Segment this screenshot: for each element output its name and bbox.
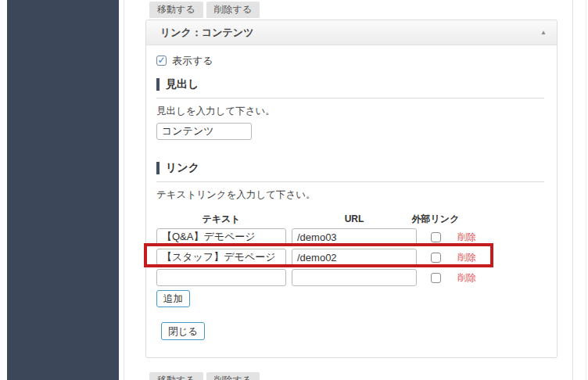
link-hint: テキストリンクを入力して下さい。 xyxy=(156,188,544,202)
external-link-checkbox[interactable] xyxy=(431,273,441,283)
section-divider xyxy=(156,181,544,182)
link-contents-panel: リンク：コンテンツ ▲ ✓ 表示する 見出し 見出しを入力して下さい。 リンク xyxy=(145,20,558,358)
show-checkbox-label: 表示する xyxy=(172,54,213,68)
section-accent-bar xyxy=(156,162,160,174)
show-checkbox[interactable]: ✓ xyxy=(156,56,167,66)
link-text-input[interactable] xyxy=(156,269,286,286)
link-table-header: テキスト URL 外部リンク xyxy=(156,213,544,225)
delete-tab-top[interactable]: 削除する xyxy=(206,2,260,18)
link-text-input[interactable] xyxy=(156,249,286,266)
link-url-input[interactable] xyxy=(292,269,417,286)
widget-admin-screen: 移動する 削除する リンク：コンテンツ ▲ ✓ 表示する 見出し 見出しを入力し… xyxy=(0,0,588,380)
link-url-input[interactable] xyxy=(292,228,417,246)
collapse-arrow-icon[interactable]: ▲ xyxy=(540,20,547,45)
external-link-checkbox[interactable] xyxy=(431,253,441,263)
column-header-url: URL xyxy=(292,213,417,224)
column-header-text: テキスト xyxy=(156,213,286,226)
sidebar xyxy=(7,0,119,380)
move-tab-bottom[interactable]: 移動する xyxy=(149,372,203,380)
link-section-title-text: リンク xyxy=(166,161,199,175)
link-row-highlighted: 削除 xyxy=(156,269,544,286)
link-row: 削除 xyxy=(156,249,544,266)
delete-row-link[interactable]: 削除 xyxy=(457,271,476,285)
heading-input[interactable] xyxy=(156,123,252,140)
link-section-title: リンク xyxy=(156,161,544,174)
column-header-external: 外部リンク xyxy=(425,213,446,226)
left-divider xyxy=(124,0,124,380)
panel-header[interactable]: リンク：コンテンツ ▲ xyxy=(146,20,557,45)
heading-section-title: 見出し xyxy=(156,77,544,91)
right-edge-divider xyxy=(586,0,586,380)
delete-tab-bottom[interactable]: 削除する xyxy=(206,372,260,380)
add-row-button[interactable]: 追加 xyxy=(156,290,190,307)
delete-row-link[interactable]: 削除 xyxy=(457,231,476,244)
right-divider xyxy=(572,0,573,380)
widget-action-tabs-bottom: 移動する 削除する xyxy=(145,372,558,380)
external-link-checkbox[interactable] xyxy=(431,232,441,242)
content-column: 移動する 削除する リンク：コンテンツ ▲ ✓ 表示する 見出し 見出しを入力し… xyxy=(145,0,558,380)
section-divider xyxy=(156,98,544,99)
close-panel-button[interactable]: 閉じる xyxy=(161,322,205,340)
checkmark-icon: ✓ xyxy=(157,56,165,65)
link-text-input[interactable] xyxy=(156,228,286,246)
move-tab-top[interactable]: 移動する xyxy=(149,2,203,18)
link-row: 削除 xyxy=(156,228,544,246)
link-url-input[interactable] xyxy=(292,249,417,266)
widget-action-tabs-top: 移動する 削除する xyxy=(145,2,558,18)
show-checkbox-row[interactable]: ✓ 表示する xyxy=(156,55,544,66)
heading-section-title-text: 見出し xyxy=(166,77,199,91)
section-accent-bar xyxy=(156,78,160,91)
delete-row-link[interactable]: 削除 xyxy=(457,251,476,264)
heading-hint: 見出しを入力して下さい。 xyxy=(156,105,544,118)
link-table: テキスト URL 外部リンク 削除 削除 xyxy=(156,213,544,286)
panel-title: リンク：コンテンツ xyxy=(160,20,253,45)
panel-body: ✓ 表示する 見出し 見出しを入力して下さい。 リンク テキストリンクを入力して… xyxy=(146,45,557,357)
